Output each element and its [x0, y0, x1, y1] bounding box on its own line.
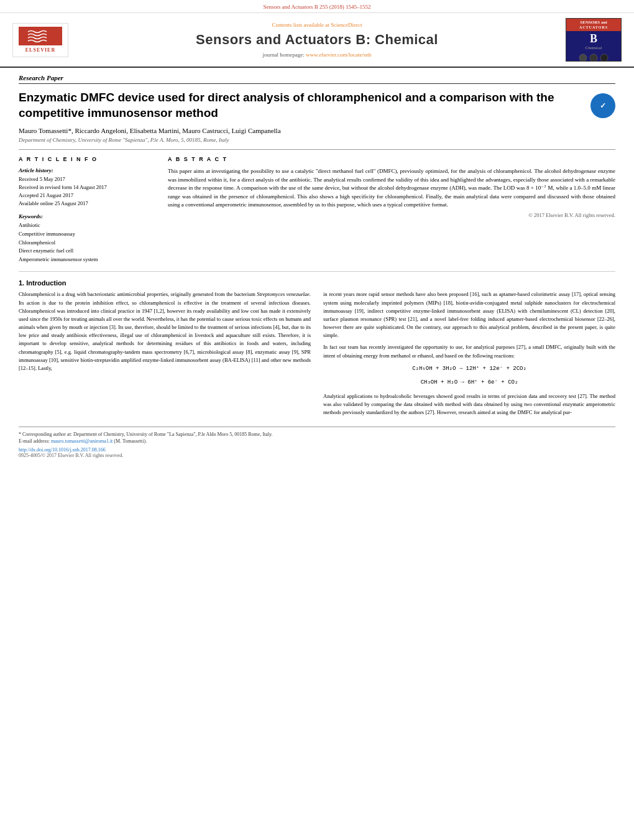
journal-reference-bar: Sensors and Actuators B 255 (2018) 1545–…: [0, 0, 634, 13]
abstract-column: A B S T R A C T This paper aims at inves…: [168, 156, 615, 264]
intro-left-text: Chloramphenicol is a drug with bacterios…: [19, 290, 311, 372]
svg-rect-0: [22, 29, 59, 44]
intro-left: Chloramphenicol is a drug with bacterios…: [19, 290, 311, 420]
homepage-url[interactable]: www.elsevier.com/locate/snb: [306, 52, 371, 58]
article-info-title: A R T I C L E I N F O: [19, 156, 155, 162]
reaction-equation-1: C₂H₅OH + 3H₂O → 12H⁺ + 12e⁻ + 2CO₂: [323, 365, 615, 374]
keyword-2: Competitive immunoassay: [19, 230, 155, 239]
reaction-equation-2: CH₃OH + H₂O → 6H⁺ + 6e⁻ + CO₂: [323, 379, 615, 387]
intro-heading: 1. Introduction: [19, 279, 615, 287]
article-history: Article history: Received 5 May 2017 Rec…: [19, 167, 155, 207]
journal-center: Contents lists available at ScienceDirec…: [68, 22, 566, 58]
copyright-line: © 2017 Elsevier B.V. All rights reserved…: [168, 212, 615, 218]
history-title: Article history:: [19, 167, 155, 173]
sensors-logo-top: SENSORS and ACTUATORS: [566, 19, 621, 31]
revised-date: Received in revised form 14 August 2017: [19, 183, 155, 192]
keywords-section: Keywords: Antibiotic Competitive immunoa…: [19, 213, 155, 264]
issn-text: 0925-4005/© 2017 Elsevier B.V. All right…: [19, 453, 615, 458]
keywords-title: Keywords:: [19, 213, 155, 219]
elsevier-logo: ELSEVIER: [12, 23, 68, 57]
sensors-logo: SENSORS and ACTUATORS B Chemical: [566, 18, 622, 62]
article-info-column: A R T I C L E I N F O Article history: R…: [19, 156, 155, 264]
svg-point-1: [579, 54, 587, 62]
authors: Mauro Tomassetti*, Riccardo Angeloni, El…: [19, 127, 615, 134]
email-line: E-mail address: mauro.tomassetti@uniroma…: [19, 438, 615, 445]
journal-title: Sensors and Actuators B: Chemical: [68, 32, 566, 48]
svg-point-3: [600, 54, 608, 62]
doi-link[interactable]: http://dx.doi.org/10.1016/j.snb.2017.08.…: [19, 447, 615, 453]
received-date: Received 5 May 2017: [19, 175, 155, 183]
intro-right-text: in recent years more rapid sensor method…: [323, 290, 615, 417]
article-info-abstract: A R T I C L E I N F O Article history: R…: [19, 149, 615, 264]
footnote-section: * Corresponding author at: Department of…: [19, 427, 615, 458]
abstract-title: A B S T R A C T: [168, 156, 615, 162]
section-divider: [19, 271, 615, 272]
paper-type-label: Research Paper: [19, 74, 615, 84]
intro-body: Chloramphenicol is a drug with bacterios…: [19, 290, 615, 420]
journal-reference: Sensors and Actuators B 255 (2018) 1545–…: [264, 4, 371, 10]
contents-line: Contents lists available at ScienceDirec…: [68, 22, 566, 28]
accepted-date: Accepted 21 August 2017: [19, 192, 155, 200]
page: Sensors and Actuators B 255 (2018) 1545–…: [0, 0, 634, 840]
journal-header: ELSEVIER Contents lists available at Sci…: [0, 13, 634, 68]
keyword-1: Antibiotic: [19, 221, 155, 230]
available-date: Available online 25 August 2017: [19, 200, 155, 208]
intro-right: in recent years more rapid sensor method…: [323, 290, 615, 420]
sensors-logo-body: B Chemical: [566, 31, 621, 62]
keyword-3: Chloramphenicol: [19, 239, 155, 247]
elsevier-label: ELSEVIER: [25, 47, 55, 53]
svg-point-2: [590, 54, 597, 62]
abstract-text: This paper aims at investigating the pos…: [168, 167, 615, 210]
paper-title-section: Enzymatic DMFC device used for direct an…: [19, 90, 615, 121]
main-content: Research Paper Enzymatic DMFC device use…: [0, 68, 634, 464]
elsevier-logo-image: [19, 27, 62, 45]
email-address[interactable]: mauro.tomassetti@uniroma1.it: [51, 438, 113, 444]
keyword-5: Amperometric immunosensor system: [19, 256, 155, 264]
sciencedirect-link-text[interactable]: ScienceDirect: [331, 22, 362, 28]
journal-homepage: journal homepage: www.elsevier.com/locat…: [68, 52, 566, 58]
keyword-4: Direct enzymatic fuel cell: [19, 247, 155, 256]
introduction-section: 1. Introduction Chloramphenicol is a dru…: [19, 279, 615, 420]
paper-title: Enzymatic DMFC device used for direct an…: [19, 90, 578, 121]
corresponding-author-note: * Corresponding author at: Department of…: [19, 431, 615, 438]
affiliation: Department of Chemistry, University of R…: [19, 137, 615, 143]
crossmark-icon: ✓: [590, 93, 615, 118]
